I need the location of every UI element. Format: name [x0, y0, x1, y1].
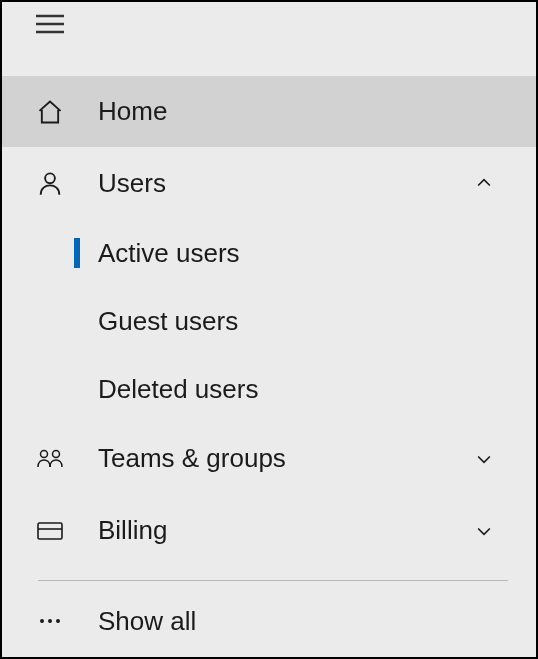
nav-label-show-all: Show all — [98, 606, 536, 637]
hamburger-icon — [36, 14, 64, 34]
nav-subitem-active-users[interactable]: Active users — [2, 219, 536, 287]
subitem-label: Guest users — [98, 306, 238, 337]
subitem-label: Active users — [98, 238, 240, 269]
active-indicator — [74, 238, 80, 268]
svg-point-10 — [56, 619, 60, 623]
subitem-label: Deleted users — [98, 374, 258, 405]
ellipsis-icon — [2, 617, 98, 625]
nav-label-teams: Teams & groups — [98, 443, 460, 474]
divider — [38, 580, 508, 581]
nav-label-billing: Billing — [98, 515, 460, 546]
nav-item-show-all[interactable]: Show all — [2, 585, 536, 657]
nav-label-home: Home — [98, 96, 508, 127]
menu-toggle-button[interactable] — [2, 2, 536, 38]
user-icon — [2, 169, 98, 197]
chevron-up-icon — [460, 173, 508, 193]
svg-point-4 — [41, 450, 48, 457]
nav-item-billing[interactable]: Billing — [2, 495, 536, 567]
nav-item-teams[interactable]: Teams & groups — [2, 423, 536, 495]
chevron-down-icon — [460, 449, 508, 469]
billing-icon — [2, 520, 98, 542]
home-icon — [2, 98, 98, 126]
svg-point-5 — [53, 450, 60, 457]
svg-rect-6 — [38, 523, 62, 539]
users-submenu: Active users Guest users Deleted users — [2, 219, 536, 423]
nav-subitem-deleted-users[interactable]: Deleted users — [2, 355, 536, 423]
svg-point-9 — [48, 619, 52, 623]
nav-label-users: Users — [98, 168, 460, 199]
nav-item-home[interactable]: Home — [2, 76, 536, 148]
teams-icon — [2, 447, 98, 471]
nav-panel: Home Users Active users Guest users Dele… — [2, 2, 536, 657]
svg-point-3 — [45, 174, 55, 184]
nav-subitem-guest-users[interactable]: Guest users — [2, 287, 536, 355]
svg-point-8 — [40, 619, 44, 623]
nav-item-users[interactable]: Users — [2, 147, 536, 219]
chevron-down-icon — [460, 521, 508, 541]
